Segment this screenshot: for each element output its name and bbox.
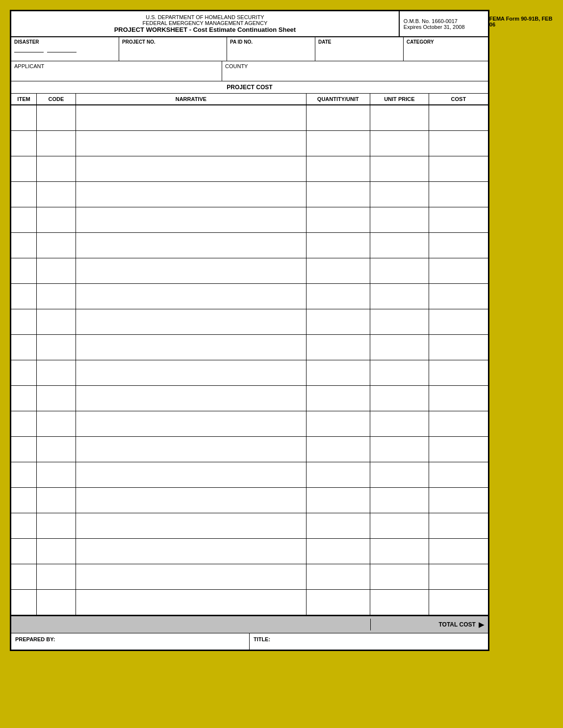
td-item[interactable] bbox=[11, 156, 37, 181]
td-code[interactable] bbox=[37, 539, 76, 564]
td-narrative[interactable] bbox=[76, 284, 307, 309]
td-price[interactable] bbox=[370, 131, 429, 156]
td-narrative[interactable] bbox=[76, 233, 307, 258]
td-code[interactable] bbox=[37, 233, 76, 258]
td-cost[interactable] bbox=[429, 309, 488, 334]
td-qty[interactable] bbox=[307, 284, 370, 309]
td-cost[interactable] bbox=[429, 335, 488, 360]
td-cost[interactable] bbox=[429, 360, 488, 385]
td-code[interactable] bbox=[37, 335, 76, 360]
td-narrative[interactable] bbox=[76, 207, 307, 232]
td-price[interactable] bbox=[370, 539, 429, 564]
td-price[interactable] bbox=[370, 360, 429, 385]
td-code[interactable] bbox=[37, 131, 76, 156]
td-cost[interactable] bbox=[429, 462, 488, 487]
td-code[interactable] bbox=[37, 360, 76, 385]
td-cost[interactable] bbox=[429, 437, 488, 462]
td-qty[interactable] bbox=[307, 513, 370, 538]
td-price[interactable] bbox=[370, 386, 429, 411]
td-qty[interactable] bbox=[307, 207, 370, 232]
td-code[interactable] bbox=[37, 488, 76, 513]
td-qty[interactable] bbox=[307, 233, 370, 258]
td-cost[interactable] bbox=[429, 411, 488, 436]
td-qty[interactable] bbox=[307, 182, 370, 207]
td-qty[interactable] bbox=[307, 105, 370, 130]
td-price[interactable] bbox=[370, 437, 429, 462]
td-cost[interactable] bbox=[429, 564, 488, 589]
td-item[interactable] bbox=[11, 105, 37, 130]
td-code[interactable] bbox=[37, 462, 76, 487]
td-cost[interactable] bbox=[429, 131, 488, 156]
td-item[interactable] bbox=[11, 488, 37, 513]
td-price[interactable] bbox=[370, 182, 429, 207]
td-code[interactable] bbox=[37, 207, 76, 232]
td-qty[interactable] bbox=[307, 335, 370, 360]
td-code[interactable] bbox=[37, 182, 76, 207]
disaster-field2[interactable] bbox=[47, 46, 77, 52]
td-price[interactable] bbox=[370, 284, 429, 309]
td-code[interactable] bbox=[37, 513, 76, 538]
td-narrative[interactable] bbox=[76, 513, 307, 538]
td-qty[interactable] bbox=[307, 131, 370, 156]
td-narrative[interactable] bbox=[76, 182, 307, 207]
td-cost[interactable] bbox=[429, 539, 488, 564]
td-item[interactable] bbox=[11, 309, 37, 334]
td-narrative[interactable] bbox=[76, 564, 307, 589]
td-item[interactable] bbox=[11, 335, 37, 360]
td-cost[interactable] bbox=[429, 156, 488, 181]
td-price[interactable] bbox=[370, 309, 429, 334]
td-price[interactable] bbox=[370, 105, 429, 130]
td-cost[interactable] bbox=[429, 386, 488, 411]
td-code[interactable] bbox=[37, 590, 76, 615]
td-item[interactable] bbox=[11, 590, 37, 615]
td-code[interactable] bbox=[37, 564, 76, 589]
td-code[interactable] bbox=[37, 386, 76, 411]
td-narrative[interactable] bbox=[76, 437, 307, 462]
td-item[interactable] bbox=[11, 284, 37, 309]
td-qty[interactable] bbox=[307, 488, 370, 513]
td-price[interactable] bbox=[370, 462, 429, 487]
td-price[interactable] bbox=[370, 207, 429, 232]
td-cost[interactable] bbox=[429, 233, 488, 258]
td-narrative[interactable] bbox=[76, 360, 307, 385]
td-narrative[interactable] bbox=[76, 488, 307, 513]
td-code[interactable] bbox=[37, 411, 76, 436]
td-price[interactable] bbox=[370, 233, 429, 258]
td-cost[interactable] bbox=[429, 258, 488, 283]
td-cost[interactable] bbox=[429, 590, 488, 615]
td-item[interactable] bbox=[11, 258, 37, 283]
td-code[interactable] bbox=[37, 156, 76, 181]
td-cost[interactable] bbox=[429, 182, 488, 207]
td-item[interactable] bbox=[11, 411, 37, 436]
td-qty[interactable] bbox=[307, 539, 370, 564]
td-narrative[interactable] bbox=[76, 156, 307, 181]
td-item[interactable] bbox=[11, 513, 37, 538]
td-qty[interactable] bbox=[307, 411, 370, 436]
td-item[interactable] bbox=[11, 131, 37, 156]
td-price[interactable] bbox=[370, 258, 429, 283]
td-qty[interactable] bbox=[307, 386, 370, 411]
td-narrative[interactable] bbox=[76, 411, 307, 436]
td-cost[interactable] bbox=[429, 284, 488, 309]
td-price[interactable] bbox=[370, 564, 429, 589]
td-narrative[interactable] bbox=[76, 105, 307, 130]
td-price[interactable] bbox=[370, 411, 429, 436]
td-narrative[interactable] bbox=[76, 462, 307, 487]
td-code[interactable] bbox=[37, 437, 76, 462]
disaster-field[interactable] bbox=[14, 46, 44, 52]
td-qty[interactable] bbox=[307, 437, 370, 462]
td-qty[interactable] bbox=[307, 309, 370, 334]
td-code[interactable] bbox=[37, 105, 76, 130]
td-narrative[interactable] bbox=[76, 131, 307, 156]
td-item[interactable] bbox=[11, 233, 37, 258]
td-qty[interactable] bbox=[307, 360, 370, 385]
td-cost[interactable] bbox=[429, 207, 488, 232]
td-code[interactable] bbox=[37, 309, 76, 334]
td-cost[interactable] bbox=[429, 513, 488, 538]
td-price[interactable] bbox=[370, 156, 429, 181]
td-item[interactable] bbox=[11, 207, 37, 232]
td-item[interactable] bbox=[11, 564, 37, 589]
td-narrative[interactable] bbox=[76, 309, 307, 334]
td-price[interactable] bbox=[370, 590, 429, 615]
td-narrative[interactable] bbox=[76, 335, 307, 360]
